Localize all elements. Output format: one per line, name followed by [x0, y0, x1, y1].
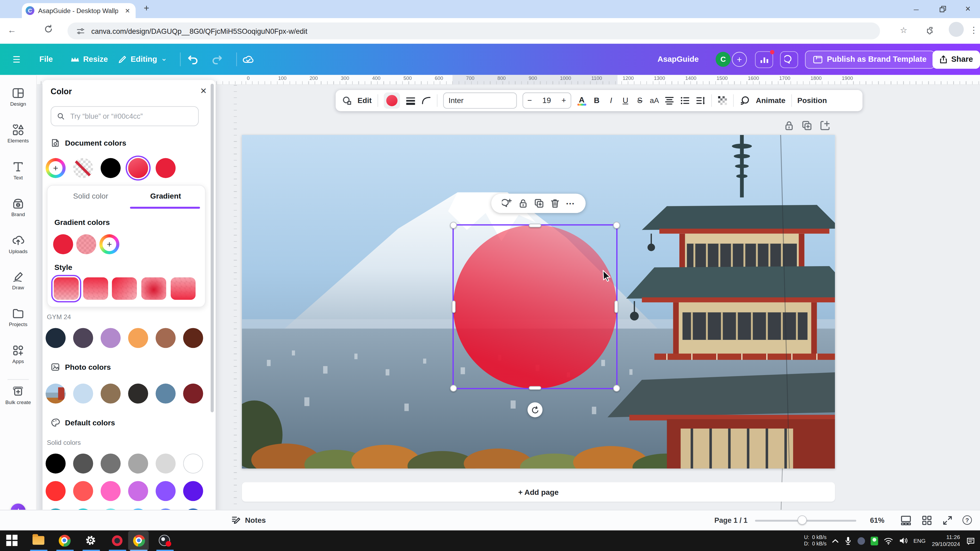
share-button[interactable]: Share [932, 44, 980, 75]
file-menu-button[interactable]: File [40, 44, 53, 75]
microphone-icon[interactable] [845, 536, 852, 545]
animate-icon[interactable] [740, 95, 750, 106]
sidebar-item-text[interactable]: Text [0, 160, 36, 181]
panel-close-icon[interactable]: ✕ [200, 86, 207, 95]
zoom-slider-thumb[interactable] [797, 515, 807, 525]
save-status-button[interactable] [243, 44, 255, 75]
color-swatch[interactable]: + [46, 158, 65, 178]
unlock-icon[interactable] [519, 198, 528, 208]
font-size-decrease[interactable]: − [527, 96, 532, 105]
bold-button[interactable]: B [592, 96, 601, 105]
more-options-icon[interactable]: ••• [566, 200, 575, 206]
window-minimize-button[interactable]: ─ [914, 0, 918, 18]
sidebar-item-design[interactable]: Design [0, 87, 36, 107]
tab-gradient[interactable]: Gradient [126, 192, 205, 201]
color-swatch[interactable] [101, 481, 121, 501]
color-search-box[interactable] [51, 106, 199, 126]
color-swatch[interactable] [128, 158, 148, 178]
sidebar-item-draw[interactable]: Draw [0, 270, 36, 291]
account-avatar[interactable]: C [716, 44, 730, 75]
border-weight-icon[interactable] [405, 96, 415, 105]
animate-label[interactable]: Animate [756, 96, 785, 105]
chrome-active-icon[interactable] [132, 534, 146, 547]
sidebar-item-apps[interactable]: Apps [0, 344, 36, 364]
lock-page-icon[interactable] [784, 121, 794, 131]
transparency-icon[interactable] [718, 95, 728, 106]
bullet-list-icon[interactable] [680, 96, 690, 105]
reload-icon[interactable] [44, 24, 53, 34]
recorder-app-icon[interactable] [110, 534, 124, 547]
sidebar-item-elements[interactable]: Elements [0, 124, 36, 144]
tab-close-icon[interactable]: ✕ [123, 7, 132, 14]
extensions-icon[interactable] [926, 25, 935, 35]
color-search-input[interactable] [69, 112, 192, 121]
main-menu-button[interactable]: ☰ [13, 44, 20, 75]
resize-handle-sw[interactable] [450, 385, 457, 392]
chrome-icon[interactable] [57, 534, 72, 547]
help-button[interactable]: ? [963, 515, 972, 525]
add-member-button[interactable]: + [732, 44, 747, 75]
tab-solid-color[interactable]: Solid color [51, 192, 130, 201]
color-swatch[interactable] [76, 234, 96, 254]
browser-profile-avatar[interactable] [949, 22, 964, 37]
add-page-icon[interactable] [820, 121, 830, 131]
editing-mode-button[interactable]: Editing ⌄ [118, 44, 167, 75]
start-button[interactable] [5, 534, 19, 547]
resize-button[interactable]: Resize [71, 44, 108, 75]
color-swatch[interactable] [46, 328, 65, 348]
color-swatch[interactable] [101, 328, 121, 348]
gradient-style-swatch[interactable] [83, 277, 108, 300]
position-button[interactable]: Position [797, 96, 827, 105]
settings-gear-icon[interactable] [84, 534, 97, 547]
color-swatch[interactable] [73, 158, 93, 178]
tray-expand-chevron-icon[interactable] [832, 538, 839, 543]
sidebar-item-brand[interactable]: Brand [0, 197, 36, 218]
resize-handle-e[interactable] [614, 300, 618, 313]
resize-handle-s[interactable] [529, 386, 541, 390]
color-swatch[interactable] [156, 481, 175, 501]
text-color-button[interactable]: A [577, 96, 587, 105]
font-family-select[interactable]: Inter [443, 92, 517, 109]
undo-button[interactable] [188, 44, 199, 75]
sidebar-item-projects[interactable]: Projects [0, 307, 36, 327]
gradient-style-swatch[interactable] [142, 277, 167, 300]
color-swatch[interactable] [73, 481, 93, 501]
font-size-increase[interactable]: + [562, 96, 566, 105]
color-swatch[interactable] [128, 454, 148, 473]
color-swatch[interactable] [183, 481, 203, 501]
gradient-style-swatch[interactable] [54, 277, 79, 300]
resize-handle-n[interactable] [529, 224, 541, 227]
color-swatch[interactable] [183, 384, 203, 403]
font-size-value[interactable]: 19 [542, 96, 551, 105]
color-swatch[interactable] [46, 481, 65, 501]
resize-handle-se[interactable] [613, 385, 620, 392]
resize-handle-nw[interactable] [450, 222, 457, 229]
fill-color-button[interactable] [383, 92, 400, 109]
bookmark-star-icon[interactable]: ☆ [900, 25, 907, 35]
color-swatch[interactable] [156, 158, 175, 178]
edit-shape-icon[interactable] [342, 95, 352, 106]
color-swatch[interactable]: + [99, 234, 119, 254]
color-swatch[interactable] [128, 384, 148, 403]
window-restore-button[interactable] [939, 0, 946, 18]
fullscreen-button[interactable] [942, 515, 953, 526]
tray-app-circle-icon[interactable] [858, 537, 865, 545]
color-swatch[interactable] [183, 328, 203, 348]
color-swatch[interactable] [128, 328, 148, 348]
color-swatch[interactable] [73, 328, 93, 348]
strikethrough-button[interactable]: S [635, 96, 644, 105]
language-indicator[interactable]: ENG [913, 538, 926, 544]
text-align-icon[interactable] [665, 96, 675, 105]
color-swatch[interactable] [101, 384, 121, 403]
volume-icon[interactable] [899, 537, 908, 545]
panel-scrollbar[interactable] [211, 84, 214, 412]
color-swatch[interactable] [101, 158, 121, 178]
duplicate-page-icon[interactable] [802, 121, 812, 131]
obs-icon[interactable] [158, 534, 171, 547]
color-swatch[interactable] [101, 454, 121, 473]
color-swatch[interactable] [46, 454, 65, 473]
color-swatch[interactable] [183, 454, 203, 473]
publish-brand-template-button[interactable]: Publish as Brand Template [805, 44, 935, 75]
add-page-button[interactable]: + Add page [242, 482, 835, 502]
color-swatch[interactable] [128, 481, 148, 501]
